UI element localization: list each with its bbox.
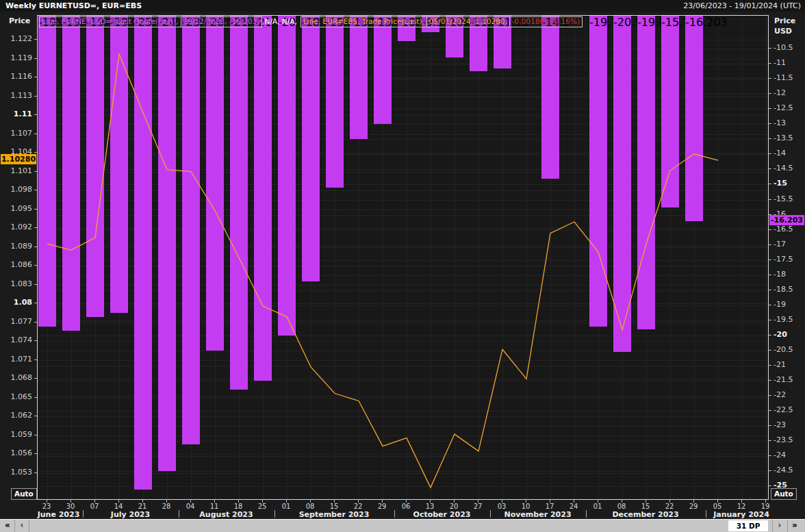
right-axis-tick-label: -17: [774, 240, 786, 249]
vertical-gridline: [526, 16, 527, 499]
left-axis-tick-label: 1.056: [0, 448, 32, 457]
date-range: 23/06/2023 - 19/01/2024 (UTC): [683, 1, 801, 10]
bar[interactable]: -14.8: [541, 16, 559, 179]
legend-item[interactable]: Line, EURNETUSD=, Last Quote(Last),: [39, 16, 181, 27]
bar[interactable]: -19.85: [62, 16, 80, 331]
scroll-prev-icon[interactable]: ‹: [15, 520, 29, 532]
plot-area[interactable]: -19.7-19.85-19.4-19.25-25.1-24.5-23.6-20…: [37, 15, 769, 500]
x-axis-date-label: 14: [109, 503, 128, 510]
left-axis-tick: [34, 397, 37, 398]
bar[interactable]: -19.25: [110, 16, 128, 313]
left-axis-tick: [34, 303, 37, 303]
scroll-next-icon[interactable]: ›: [772, 520, 787, 532]
bar[interactable]: -15.75: [661, 16, 679, 207]
x-axis-date-label: 01: [277, 503, 296, 510]
legend[interactable]: Line, EURNETUSD=, Last Quote(Last),29/12…: [39, 16, 582, 27]
bar[interactable]: -18.2: [302, 16, 320, 281]
right-axis-tick-label: -15.5: [774, 194, 793, 203]
right-axis-tick-label: -21: [774, 360, 786, 369]
right-axis-tick: [769, 440, 771, 441]
right-axis-tick: [769, 153, 771, 154]
bar[interactable]: -19.8: [637, 16, 655, 329]
left-axis-tick-label: 1.107: [0, 129, 32, 138]
right-axis-tick: [769, 183, 771, 184]
left-axis-tick-label: 1.113: [0, 91, 32, 100]
right-axis-auto-button[interactable]: Auto: [771, 488, 797, 500]
left-axis-tick: [34, 359, 37, 360]
legend-item[interactable]: Line, EUR=EBS, Trade Price(Last),: [301, 16, 427, 27]
right-axis-tick: [769, 229, 771, 230]
bar[interactable]: -16.203: [685, 16, 703, 221]
legend-item[interactable]: N/A, N/A,: [261, 17, 301, 27]
bar[interactable]: -15.1: [326, 16, 344, 188]
right-axis-tick: [769, 78, 771, 79]
right-axis-tick-label: -16.5: [774, 225, 793, 233]
month-separator: [706, 510, 706, 518]
bar[interactable]: -19.4: [86, 16, 104, 317]
bar[interactable]: -24.5: [158, 16, 176, 471]
x-axis-date-label: 29: [684, 503, 703, 510]
vertical-gridline: [742, 16, 743, 499]
bar[interactable]: -20: [278, 16, 296, 335]
left-axis-auto-button[interactable]: Auto: [11, 488, 37, 500]
vertical-gridline: [766, 16, 767, 499]
x-axis-month-label: June 2023: [38, 510, 80, 519]
x-axis-date-label: 04: [181, 503, 200, 510]
left-axis-tick: [34, 96, 37, 97]
right-axis-tick-label: -24.5: [774, 466, 793, 474]
right-axis-tick: [769, 395, 771, 396]
last-value-badge: -16.203: [769, 215, 804, 225]
bar[interactable]: -23.6: [182, 16, 200, 444]
scroll-last-icon[interactable]: »: [787, 520, 802, 532]
bar[interactable]: -19.7: [38, 16, 56, 327]
x-axis-date-label: 29: [372, 503, 392, 510]
chart-title: Weekly EURNETUSD=, EUR=EBS: [5, 1, 142, 10]
right-axis-tick-label: -12: [774, 88, 786, 97]
left-axis-tick-label: 1.098: [0, 185, 32, 194]
x-axis-date-label: 11: [205, 503, 224, 510]
right-axis-tick: [769, 485, 771, 486]
title-bar: Weekly EURNETUSD=, EUR=EBS 23/06/2023 - …: [0, 0, 805, 12]
time-scrollbar[interactable]: « ‹ 31 DP › »: [0, 519, 805, 532]
left-axis-tick-label: 1.068: [0, 373, 32, 382]
left-axis-tick: [34, 134, 37, 134]
right-axis-tick-label: -18.5: [774, 285, 793, 294]
right-axis-tick: [769, 380, 771, 381]
bar[interactable]: -20.5: [206, 16, 224, 351]
right-axis-tick-label: -22: [774, 390, 786, 399]
bar[interactable]: -25.1: [134, 16, 152, 490]
x-axis-date-label: 08: [612, 503, 631, 510]
month-separator: [83, 510, 84, 518]
right-axis-tick-label: -18: [774, 270, 786, 279]
bar[interactable]: -21.8: [230, 16, 248, 390]
right-axis-tick-label: -23: [774, 420, 786, 429]
right-axis-tick-label: -10.5: [774, 43, 793, 52]
vertical-gridline: [478, 16, 479, 499]
x-axis-date-label: 18: [229, 503, 248, 510]
bar[interactable]: -20.55: [613, 16, 631, 352]
bar[interactable]: -13.5: [350, 16, 368, 139]
x-axis-date-label: 08: [301, 503, 320, 510]
legend-item[interactable]: -0.00180, (-0.16%): [509, 16, 583, 27]
left-axis-tick-label: 1.059: [0, 430, 32, 439]
bar[interactable]: -19.7: [589, 16, 607, 327]
left-axis-tick-label: 1.095: [0, 204, 32, 213]
right-axis-tick-label: -17.5: [774, 255, 793, 264]
bar[interactable]: -13: [374, 16, 392, 124]
datapoint-count-box[interactable]: 31 DP: [728, 520, 768, 531]
right-axis-tick: [769, 275, 771, 275]
legend-item[interactable]: 29/12/2023, -16.203,: [181, 16, 262, 27]
month-separator: [179, 510, 179, 518]
scroll-first-icon[interactable]: «: [1, 520, 15, 532]
right-axis-tick-label: -14.5: [774, 164, 793, 173]
left-axis-tick: [34, 453, 37, 454]
left-axis-tick-label: 1.074: [0, 335, 32, 344]
bar[interactable]: -21.5: [254, 16, 272, 381]
x-axis-date-label: 15: [324, 503, 344, 510]
x-axis-month-label: November 2023: [504, 510, 571, 519]
left-axis-tick: [34, 114, 37, 115]
legend-item[interactable]: 05/01/2024, 1.10280,: [426, 16, 510, 27]
right-axis-tick: [769, 410, 771, 411]
right-axis-tick-label: -15: [774, 179, 787, 188]
right-axis-tick-label: -19: [774, 300, 786, 309]
